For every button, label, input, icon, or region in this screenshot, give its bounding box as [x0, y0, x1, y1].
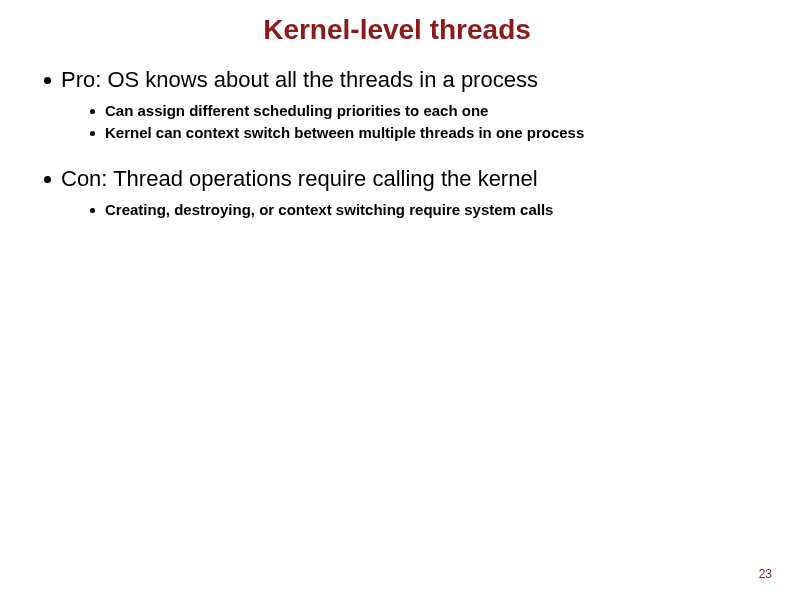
slide: Kernel-level threads Pro: OS knows about… — [0, 0, 794, 595]
bullet-text: Pro: OS knows about all the threads in a… — [61, 66, 538, 95]
bullet-level2: Kernel can context switch between multip… — [90, 123, 754, 143]
bullet-level2: Creating, destroying, or context switchi… — [90, 200, 754, 220]
page-number: 23 — [759, 567, 772, 581]
bullet-icon — [44, 176, 51, 183]
bullet-icon — [90, 109, 95, 114]
bullet-icon — [44, 77, 51, 84]
bullet-text: Con: Thread operations require calling t… — [61, 165, 538, 194]
sub-bullet-text: Kernel can context switch between multip… — [105, 123, 584, 143]
sub-bullet-list: Creating, destroying, or context switchi… — [44, 200, 754, 220]
bullet-icon — [90, 208, 95, 213]
bullet-icon — [90, 131, 95, 136]
sub-bullet-text: Creating, destroying, or context switchi… — [105, 200, 553, 220]
slide-content: Pro: OS knows about all the threads in a… — [40, 66, 754, 220]
bullet-level1: Pro: OS knows about all the threads in a… — [44, 66, 754, 95]
sub-bullet-list: Can assign different scheduling prioriti… — [44, 101, 754, 144]
slide-title: Kernel-level threads — [40, 14, 754, 46]
bullet-level2: Can assign different scheduling prioriti… — [90, 101, 754, 121]
bullet-level1: Con: Thread operations require calling t… — [44, 165, 754, 194]
sub-bullet-text: Can assign different scheduling prioriti… — [105, 101, 488, 121]
